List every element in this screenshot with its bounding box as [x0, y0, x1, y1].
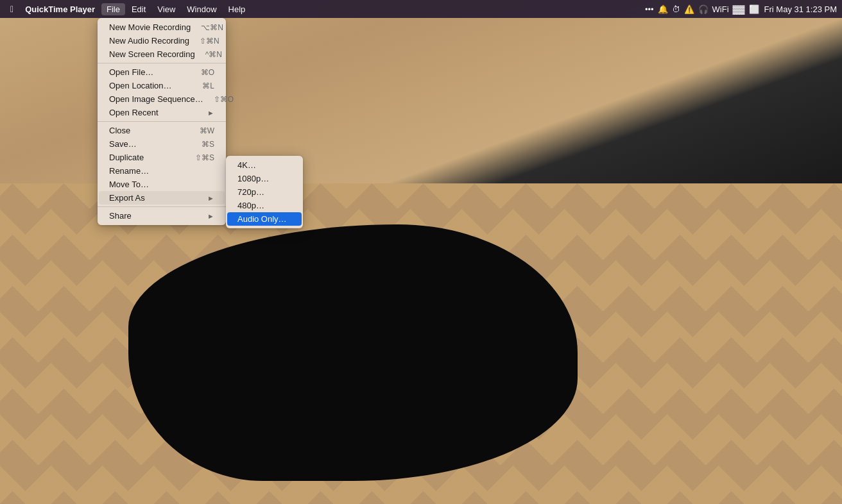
export-1080p[interactable]: 1080p… [227, 172, 302, 185]
menu-open-image-sequence[interactable]: Open Image Sequence… ⇧⌘O [99, 92, 225, 106]
menu-file[interactable]: File [101, 3, 125, 15]
menu-share[interactable]: Share ► [99, 209, 225, 223]
date-time: Fri May 31 1:23 PM [764, 4, 837, 14]
menu-help[interactable]: Help [223, 3, 251, 15]
menu-open-location[interactable]: Open Location… ⌘L [99, 79, 225, 92]
menu-open-recent[interactable]: Open Recent ► [99, 106, 225, 119]
menu-close[interactable]: Close ⌘W [99, 124, 225, 137]
menubar:  QuickTime Player File Edit View Window… [0, 0, 842, 18]
file-menu-dropdown: New Movie Recording ⌥⌘N New Audio Record… [98, 18, 226, 225]
cat-silhouette [128, 224, 578, 481]
export-480p[interactable]: 480p… [227, 199, 302, 212]
wifi-icon[interactable]: WiFi [712, 4, 729, 14]
export-submenu: 4K… 1080p… 720p… 480p… Audio Only… [226, 156, 303, 228]
divider-3 [98, 206, 226, 207]
clock-icon[interactable]: ⏱ [672, 4, 680, 14]
menubar-left:  QuickTime Player File Edit View Window… [5, 3, 250, 15]
menu-rename[interactable]: Rename… [99, 164, 225, 178]
ellipsis-icon[interactable]: ••• [645, 4, 654, 14]
menu-export-as[interactable]: Export As ► [99, 191, 225, 205]
menu-save[interactable]: Save… ⌘S [99, 137, 225, 151]
notification-icon[interactable]: 🔔 [658, 4, 668, 14]
export-720p[interactable]: 720p… [227, 185, 302, 199]
divider-1 [98, 63, 226, 63]
menu-window[interactable]: Window [182, 3, 221, 15]
menu-new-movie-recording[interactable]: New Movie Recording ⌥⌘N [99, 21, 225, 34]
headphone-icon[interactable]: 🎧 [698, 4, 709, 14]
menu-edit[interactable]: Edit [126, 3, 151, 15]
divider-2 [98, 121, 226, 122]
menu-view[interactable]: View [152, 3, 180, 15]
alert-icon[interactable]: ⚠️ [684, 4, 694, 14]
menu-duplicate[interactable]: Duplicate ⇧⌘S [99, 151, 225, 164]
menu-new-audio-recording[interactable]: New Audio Recording ⇧⌘N [99, 34, 225, 47]
export-audio-only[interactable]: Audio Only… [227, 212, 302, 226]
screen-icon[interactable]: ⬜ [749, 4, 759, 14]
export-4k[interactable]: 4K… [227, 158, 302, 172]
menubar-right: ••• 🔔 ⏱ ⚠️ 🎧 WiFi ▓▓ ⬜ Fri May 31 1:23 P… [645, 4, 837, 14]
battery-icon[interactable]: ▓▓ [733, 4, 745, 14]
apple-menu[interactable]:  [5, 4, 19, 14]
status-icons: ••• 🔔 ⏱ ⚠️ 🎧 WiFi ▓▓ ⬜ [645, 4, 759, 14]
menu-open-file[interactable]: Open File… ⌘O [99, 65, 225, 79]
menu-move-to[interactable]: Move To… [99, 178, 225, 191]
menu-new-screen-recording[interactable]: New Screen Recording ^⌘N [99, 47, 225, 61]
menu-app-name[interactable]: QuickTime Player [20, 3, 100, 15]
